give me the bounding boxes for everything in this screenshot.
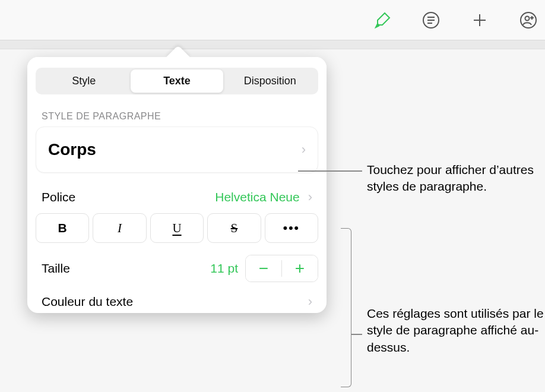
callout-paragraph-styles: Touchez pour afficher d’autres styles de… [367,162,545,195]
chevron-right-icon: › [308,294,312,309]
svg-point-7 [525,16,530,20]
insert-button[interactable] [468,8,492,32]
font-label: Police [42,190,75,204]
text-color-label: Couleur du texte [42,295,133,309]
size-decrease-button[interactable]: − [246,255,281,282]
callout-settings: Ces réglages sont utilisés par le style … [367,305,545,356]
font-row[interactable]: Police Helvetica Neue › [27,173,327,211]
paragraph-style-selector[interactable]: Corps › [36,127,318,173]
paintbrush-icon [373,11,392,30]
size-stepper: − + [245,255,318,282]
format-popover: Style Texte Disposition STYLE DE PARAGRA… [27,57,327,313]
size-increase-button[interactable]: + [282,255,318,282]
callout-leader-line [298,170,362,172]
text-color-row[interactable]: Couleur du texte › [27,286,327,312]
format-tabs: Style Texte Disposition [36,68,318,94]
size-row: Taille 11 pt − + [27,243,327,286]
italic-button[interactable]: I [93,213,146,243]
underline-button[interactable]: U [150,213,204,243]
font-value: Helvetica Neue [215,190,299,204]
more-text-options-button[interactable]: ••• [265,213,318,243]
toc-button[interactable] [419,8,443,32]
size-value: 11 pt [210,261,238,276]
list-icon [422,11,441,30]
app-toolbar [0,0,545,40]
collaborate-button[interactable] [517,8,540,32]
bold-button[interactable]: B [36,213,89,243]
format-button[interactable] [370,8,394,32]
tab-style[interactable]: Style [37,69,131,93]
plus-icon [470,11,489,30]
chevron-right-icon: › [308,189,312,205]
strikethrough-button[interactable]: S [207,213,261,243]
tab-text[interactable]: Texte [131,69,224,93]
person-add-icon [519,11,538,30]
callout-leader-line [351,334,362,335]
size-label: Taille [42,261,70,276]
callout-bracket [341,228,351,387]
paragraph-style-section-label: STYLE DE PARAGRAPHE [27,94,327,127]
tab-layout[interactable]: Disposition [223,69,316,93]
text-style-buttons: B I U S ••• [36,213,318,243]
chevron-right-icon: › [302,142,306,157]
current-paragraph-style: Corps [48,140,96,159]
